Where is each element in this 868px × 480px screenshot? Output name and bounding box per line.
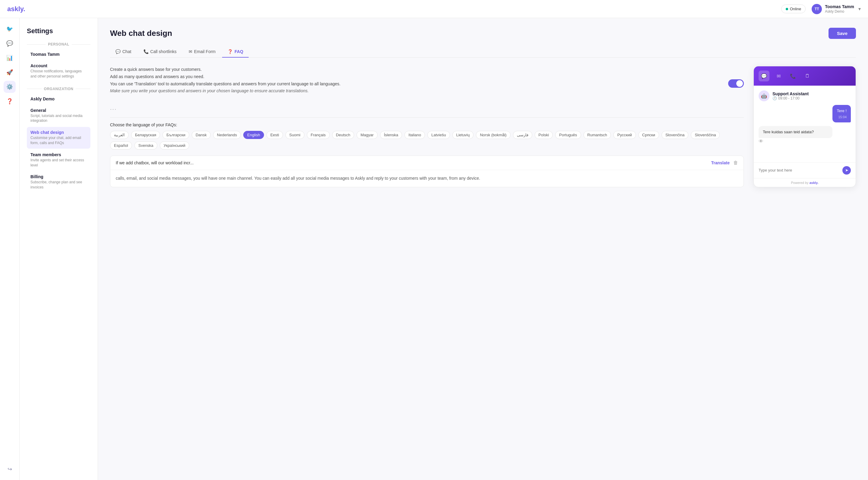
lang-tag[interactable]: Slovenčina [661,131,689,139]
nav-web-chat-desc: Customise your chat, add email form, cal… [30,136,87,146]
translate-button[interactable]: Translate [711,160,730,165]
lang-tag[interactable]: Polski [535,131,553,139]
tab-call-shortlinks[interactable]: 📞 Call shortlinks [138,46,182,58]
preview-tab-faq[interactable]: 🗒 [802,70,813,82]
lang-tag[interactable]: العربية [110,131,129,139]
preview-input-row: ➤ [754,162,856,178]
lang-tag[interactable]: Български [162,131,189,139]
lang-tag[interactable]: Français [307,131,330,139]
preview-powered: Powered by askly. [754,178,856,187]
phone-icon: 📞 [144,49,149,54]
online-status: Online [781,4,806,13]
lang-tag[interactable]: Magyar [356,131,377,139]
seen-icon: 👁 [758,139,851,144]
page-header: Web chat design Save [110,28,856,39]
lang-tag[interactable]: Deutsch [332,131,354,139]
avatar: TT [812,4,822,14]
lang-tag[interactable]: Svenska [134,142,157,150]
nav-billing[interactable]: Billing Subscribe, change plan and see i… [27,171,90,193]
lang-tag[interactable]: Український [160,142,189,150]
settings-sidebar: Settings Personal Toomas Tamm Account Ch… [20,18,98,480]
topbar: askly. Online TT Toomas Tamm Askly Demo … [0,0,868,18]
nav-team-desc: Invite agents and set their access level [30,158,87,168]
save-button[interactable]: Save [829,28,856,39]
tab-email-form[interactable]: ✉ Email Form [183,46,221,58]
support-hours-text: 09:00 - 17:00 [778,96,800,100]
lang-tag[interactable]: Русский [613,131,636,139]
nav-org-name: Askly Demo [27,93,90,104]
topbar-right: Online TT Toomas Tamm Askly Demo ▾ [781,4,861,14]
lang-tag[interactable]: Српски [638,131,659,139]
lang-tag[interactable]: Dansk [192,131,211,139]
main-layout: 🐦 💬 📊 🚀 ⚙️ ❓ ↪ Settings Personal Toomas … [0,18,868,480]
tab-bar: 💬 Chat 📞 Call shortlinks ✉ Email Form ❓ … [110,46,856,58]
nav-general[interactable]: General Script, tutorials and social med… [27,105,90,127]
lang-tag[interactable]: Rumantsch [584,131,611,139]
lang-tag[interactable]: فارسی [513,131,532,139]
sidebar-item-messages[interactable]: 💬 [4,37,16,50]
sidebar-item-rocket[interactable]: 🚀 [4,66,16,79]
nav-web-chat-design[interactable]: Web chat design Customise your chat, add… [27,127,90,149]
sidebar-item-help[interactable]: ❓ [4,95,16,107]
lang-tag[interactable]: Norsk (bokmål) [476,131,510,139]
delete-icon[interactable]: 🗑 [733,160,738,166]
lang-tag[interactable]: Suomi [285,131,304,139]
email-icon: ✉ [189,49,192,54]
user-name: Toomas Tamm [825,4,854,9]
preview-tab-chat[interactable]: 💬 [758,70,770,82]
faq-layout: Create a quick answers base for your cus… [110,66,856,187]
chat-icon: 💬 [116,49,121,54]
sidebar-item-logout[interactable]: ↪ [4,463,16,475]
lang-tag[interactable]: Italiano [404,131,425,139]
page-title: Web chat design [110,29,172,38]
preview-tab-phone[interactable]: 📞 [787,70,798,82]
lang-tag[interactable]: Lietuvių [453,131,474,139]
lang-tag[interactable]: English [243,131,264,139]
icon-sidebar: 🐦 💬 📊 🚀 ⚙️ ❓ ↪ [0,18,20,480]
preview-send-button[interactable]: ➤ [842,166,851,175]
lang-tag[interactable]: Беларуская [131,131,160,139]
faq-card-header: If we add chatbox, will our workload inc… [110,156,744,170]
faq-toggle[interactable] [728,79,744,88]
sidebar-item-analytics[interactable]: 📊 [4,52,16,64]
support-avatar: 🤖 [758,90,770,101]
preview-header: 💬 ✉ 📞 🗒 [754,66,856,86]
sidebar-item-settings[interactable]: ⚙️ [4,81,16,93]
lang-tag[interactable]: Slovenščina [691,131,720,139]
faq-description-toggle-row: Create a quick answers base for your cus… [110,66,744,101]
lang-section-title: Choose the language of your FAQs: [110,122,744,127]
brand-name: askly. [809,181,818,184]
sidebar-item-chat-bubble[interactable]: 🐦 [4,23,16,35]
lang-tag[interactable]: Português [555,131,581,139]
main-content: Web chat design Save 💬 Chat 📞 Call short… [98,18,868,480]
lang-tag[interactable]: Español [110,142,132,150]
tab-chat[interactable]: 💬 Chat [110,46,137,58]
nav-account-title: Account [30,63,87,68]
tab-faq[interactable]: ❓ FAQ [222,46,249,58]
lang-tag[interactable]: Nederlands [213,131,241,139]
lang-tags: العربيةБеларускаяБългарскиDanskNederland… [110,131,744,150]
preview-input-field[interactable] [758,168,839,173]
lang-tag[interactable]: Íslenska [380,131,402,139]
nav-account[interactable]: Account Choose notifications, languages … [27,60,90,82]
lang-tag[interactable]: Latviešu [427,131,450,139]
org-name: Askly Demo [30,96,87,101]
sent-message-container: Tere ! 15:04 [758,105,851,122]
nav-team-members[interactable]: Team members Invite agents and set their… [27,149,90,171]
nav-personal-name: Toomas Tamm [27,49,90,60]
user-menu[interactable]: TT Toomas Tamm Askly Demo ▾ [812,4,861,14]
lang-tag[interactable]: Eesti [267,131,283,139]
faq-question-text: If we add chatbox, will our workload inc… [116,160,711,165]
powered-by-text: Powered by [791,181,809,184]
toggle-knob [736,80,743,87]
personal-name: Toomas Tamm [30,52,87,57]
preview-tab-email[interactable]: ✉ [773,70,784,82]
faq-card: If we add chatbox, will our workload inc… [110,156,744,187]
sent-message-text: Tere ! [837,109,846,113]
tab-chat-label: Chat [122,49,131,54]
online-label: Online [790,7,801,11]
nav-team-title: Team members [30,152,87,157]
tab-faq-label: FAQ [235,49,243,54]
support-info: 🤖 Support Assistant 🕐 09:00 - 17:00 [758,90,851,101]
language-selector: Choose the language of your FAQs: العربي… [110,122,744,150]
